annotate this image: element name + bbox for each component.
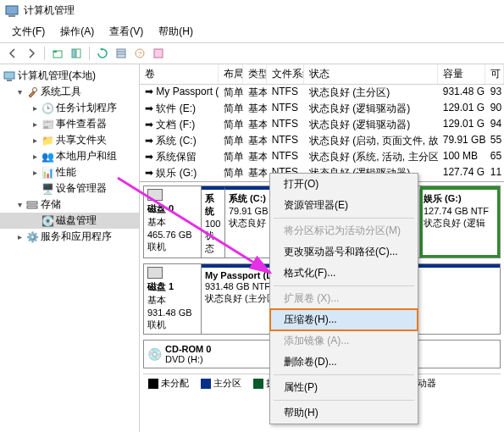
chevron-down-icon[interactable]: ▾ (15, 200, 24, 209)
col-capacity[interactable]: 容量 (438, 64, 485, 84)
svg-text:?: ? (138, 50, 142, 58)
table-row[interactable]: ➡ My Passport (D:)简单基本NTFS状态良好 (主分区)931.… (140, 85, 504, 101)
ctx-properties[interactable]: 属性(P) (270, 377, 418, 398)
col-free[interactable]: 可 (485, 64, 504, 84)
storage-icon (26, 199, 38, 211)
users-icon: 👥 (42, 151, 53, 163)
ctx-delete-vol[interactable]: 删除卷(D)... (270, 352, 418, 373)
part-reserved[interactable]: 系统 100 状态 (202, 186, 225, 258)
back-icon[interactable] (5, 46, 20, 61)
tree-shared-folders[interactable]: ▸📁共享文件夹 (0, 132, 139, 148)
chevron-right-icon[interactable]: ▸ (30, 152, 39, 161)
svg-rect-11 (154, 49, 163, 58)
chevron-right-icon[interactable]: ▸ (30, 168, 39, 177)
menu-file[interactable]: 文件(F) (5, 23, 52, 41)
view-list-icon[interactable] (114, 46, 129, 61)
properties-icon[interactable] (151, 46, 166, 61)
svg-rect-15 (27, 202, 37, 204)
chevron-down-icon[interactable]: ▾ (15, 87, 24, 97)
col-type[interactable]: 类型 (243, 64, 266, 84)
disk-icon: 💽 (42, 215, 53, 227)
chevron-right-icon[interactable]: ▸ (30, 103, 39, 113)
col-volume[interactable]: 卷 (140, 64, 219, 84)
svg-rect-5 (76, 49, 80, 58)
col-layout[interactable]: 布局 (219, 64, 243, 84)
menubar: 文件(F) 操作(A) 查看(V) 帮助(H) (0, 21, 504, 43)
event-icon: 📰 (42, 119, 53, 130)
clock-icon: 🕒 (42, 102, 53, 114)
cd-icon: 💿 (147, 347, 162, 361)
svg-rect-12 (4, 72, 14, 79)
table-row[interactable]: ➡ 软件 (E:)简单基本NTFS状态良好 (逻辑驱动器)129.01 GB90 (140, 101, 504, 117)
chevron-right-icon[interactable]: ▸ (30, 136, 39, 145)
tree-root[interactable]: 计算机管理(本地) (0, 68, 139, 84)
tree: 计算机管理(本地) ▾ 系统工具 ▸🕒任务计划程序 ▸📰事件查看器 ▸📁共享文件… (0, 68, 139, 245)
disk-0-label: 磁盘 0 基本 465.76 GB 联机 (144, 186, 202, 258)
refresh-icon[interactable] (95, 46, 110, 61)
help-icon[interactable]: ? (132, 46, 147, 61)
menu-help[interactable]: 帮助(H) (152, 23, 200, 41)
volume-grid-header: 卷 布局 类型 文件系统 状态 容量 可 (140, 64, 504, 85)
tree-services[interactable]: ▸⚙️服务和应用程序 (0, 229, 139, 245)
col-status[interactable]: 状态 (304, 64, 438, 84)
table-row[interactable]: ➡ 文档 (F:)简单基本NTFS状态良好 (逻辑驱动器)129.01 GB94 (140, 117, 504, 133)
tree-task-scheduler[interactable]: ▸🕒任务计划程序 (0, 100, 139, 116)
tree-device-mgr[interactable]: 🖥️设备管理器 (0, 180, 139, 197)
disk-icon (147, 189, 163, 201)
table-row[interactable]: ➡ 系统 (C:)简单基本NTFS状态良好 (启动, 页面文件, 故障转储, 主… (140, 133, 504, 149)
tree-event-viewer[interactable]: ▸📰事件查看器 (0, 116, 139, 132)
toolbar: ? (0, 43, 504, 64)
show-hide-icon[interactable] (69, 46, 84, 61)
svg-rect-0 (6, 6, 18, 14)
chevron-right-icon[interactable]: ▸ (15, 232, 24, 241)
disk-icon (147, 267, 163, 279)
svg-point-14 (33, 87, 37, 91)
ctx-open[interactable]: 打开(O) (270, 174, 418, 195)
menu-action[interactable]: 操作(A) (53, 23, 101, 41)
tools-icon (26, 86, 38, 98)
ctx-change-letter[interactable]: 更改驱动器号和路径(C)... (270, 241, 418, 263)
svg-rect-13 (7, 80, 12, 81)
perf-icon: 📊 (42, 167, 53, 179)
device-icon: 🖥️ (42, 183, 53, 195)
tree-diskmgmt[interactable]: 💽磁盘管理 (0, 213, 139, 229)
ctx-help[interactable]: 帮助(H) (270, 402, 418, 424)
tree-performance[interactable]: ▸📊性能 (0, 164, 139, 180)
svg-rect-1 (8, 15, 15, 17)
table-row[interactable]: ➡ 系统保留简单基本NTFS状态良好 (系统, 活动, 主分区)100 MB65 (140, 149, 504, 165)
ctx-add-mirror: 添加镜像 (A)... (270, 330, 418, 352)
part-g[interactable]: 娱乐 (G:) 127.74 GB NTF 状态良好 (逻辑 (420, 186, 500, 258)
app-icon (5, 4, 19, 18)
col-fs[interactable]: 文件系统 (267, 64, 304, 84)
up-icon[interactable] (50, 46, 65, 61)
menu-view[interactable]: 查看(V) (102, 23, 150, 41)
disk-1-label: 磁盘 1 基本 931.48 GB 联机 (144, 264, 202, 334)
ctx-format[interactable]: 格式化(F)... (270, 263, 418, 284)
context-menu: 打开(O) 资源管理器(E) 将分区标记为活动分区(M) 更改驱动器号和路径(C… (269, 173, 418, 424)
titlebar: 计算机管理 (0, 0, 504, 21)
title: 计算机管理 (24, 3, 75, 18)
svg-rect-3 (53, 51, 57, 53)
forward-icon[interactable] (24, 46, 39, 61)
tree-local-users[interactable]: ▸👥本地用户和组 (0, 148, 139, 164)
svg-rect-16 (27, 206, 37, 208)
tree-systools[interactable]: ▾ 系统工具 (0, 84, 139, 100)
ctx-mark-active: 将分区标记为活动分区(M) (270, 220, 418, 241)
folder-icon: 📁 (42, 135, 53, 147)
gear-icon: ⚙️ (26, 231, 38, 243)
svg-rect-6 (117, 49, 125, 58)
volume-grid-body: ➡ My Passport (D:)简单基本NTFS状态良好 (主分区)931.… (140, 85, 504, 181)
tree-storage[interactable]: ▾ 存储 (0, 197, 139, 213)
chevron-right-icon[interactable]: ▸ (30, 119, 39, 129)
svg-rect-4 (72, 49, 75, 58)
ctx-explorer[interactable]: 资源管理器(E) (270, 195, 418, 216)
computer-icon (3, 70, 15, 82)
ctx-extend: 扩展卷 (X)... (270, 288, 418, 309)
sidebar: 计算机管理(本地) ▾ 系统工具 ▸🕒任务计划程序 ▸📰事件查看器 ▸📁共享文件… (0, 64, 140, 432)
ctx-shrink[interactable]: 压缩卷(H)... (270, 309, 418, 330)
